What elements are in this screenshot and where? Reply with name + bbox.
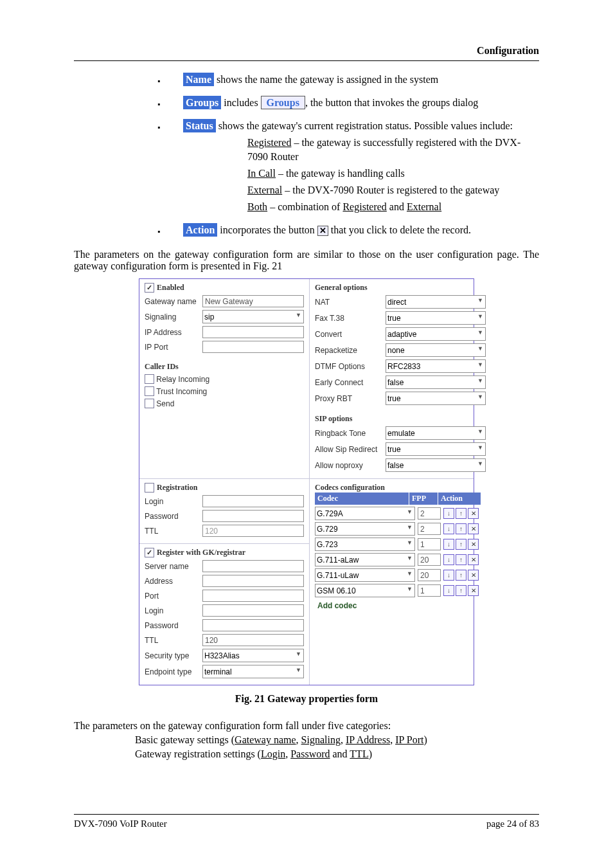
- codec-row: ↓↑✕: [315, 568, 481, 582]
- gk-server-input[interactable]: [202, 560, 304, 572]
- gk-port-label: Port: [145, 592, 202, 601]
- remove-icon[interactable]: ✕: [468, 554, 479, 565]
- gk-login-input[interactable]: [202, 604, 304, 617]
- status-incall: In Call – the gateway is handling calls: [183, 167, 539, 181]
- reg-login-input[interactable]: [202, 495, 304, 507]
- action-before: incorporates the button: [217, 224, 317, 235]
- codec-row: ↓↑✕: [315, 522, 481, 536]
- figure-caption: Fig. 21 Gateway properties form: [74, 693, 539, 705]
- gk-login-label: Login: [145, 606, 202, 615]
- codec-select[interactable]: [315, 584, 415, 597]
- relay-label: Relay Incoming: [156, 375, 209, 384]
- gk-checkbox[interactable]: ✓: [145, 548, 154, 557]
- enabled-checkbox[interactable]: ✓: [145, 283, 154, 293]
- down-icon[interactable]: ↓: [443, 554, 454, 565]
- codec-select[interactable]: [315, 538, 415, 551]
- gk-server-label: Server name: [145, 562, 202, 571]
- down-icon[interactable]: ↓: [443, 539, 454, 550]
- early-label: Early Connect: [315, 378, 386, 387]
- early-select[interactable]: [386, 375, 486, 389]
- remove-icon[interactable]: ✕: [468, 570, 479, 581]
- redir-label: Allow Sip Redirect: [315, 445, 386, 454]
- ipport-input[interactable]: [202, 341, 304, 353]
- groups-tag: Groups: [183, 96, 221, 109]
- signaling-select[interactable]: [202, 310, 304, 323]
- codec-select[interactable]: [315, 507, 415, 520]
- codec-row: ↓↑✕: [315, 584, 481, 597]
- fax-label: Fax T.38: [315, 314, 386, 323]
- send-checkbox[interactable]: [145, 399, 154, 408]
- footer-rule: [74, 814, 539, 815]
- convert-select[interactable]: [386, 327, 486, 341]
- ring-label: Ringback Tone: [315, 429, 386, 438]
- remove-icon[interactable]: ✕: [468, 585, 479, 596]
- remove-icon[interactable]: ✕: [468, 508, 479, 519]
- up-icon[interactable]: ↑: [456, 570, 466, 581]
- status-text: shows the gateway's current registration…: [216, 120, 513, 131]
- repack-select[interactable]: [386, 343, 486, 357]
- dtmf-select[interactable]: [386, 359, 486, 373]
- groups-button[interactable]: Groups: [261, 96, 305, 109]
- up-icon[interactable]: ↑: [456, 585, 466, 596]
- reg-login-label: Login: [145, 497, 202, 506]
- remove-icon[interactable]: ✕: [468, 539, 479, 550]
- codec-row: ↓↑✕: [315, 553, 481, 566]
- sip-title: SIP options: [315, 414, 486, 424]
- gk-ttl-input[interactable]: [202, 634, 304, 646]
- trust-checkbox[interactable]: [145, 386, 154, 396]
- ipaddr-input[interactable]: [202, 326, 304, 338]
- redir-select[interactable]: [386, 442, 486, 456]
- registration-checkbox[interactable]: [145, 483, 154, 493]
- codec-row: ↓↑✕: [315, 538, 481, 551]
- fpp-input[interactable]: [418, 584, 441, 597]
- codec-select[interactable]: [315, 553, 415, 566]
- remove-icon[interactable]: ✕: [468, 523, 479, 534]
- proxy-select[interactable]: [386, 392, 486, 405]
- nat-select[interactable]: [386, 295, 486, 309]
- repack-label: Repacketize: [315, 346, 386, 355]
- down-icon[interactable]: ↓: [443, 570, 454, 581]
- down-icon[interactable]: ↓: [443, 523, 454, 534]
- down-icon[interactable]: ↓: [443, 508, 454, 519]
- gk-address-input[interactable]: [202, 575, 304, 587]
- gk-port-input[interactable]: [202, 590, 304, 602]
- ring-select[interactable]: [386, 426, 486, 440]
- fpp-input[interactable]: [418, 507, 441, 520]
- noproxy-select[interactable]: [386, 458, 486, 472]
- add-codec-button[interactable]: Add codec: [315, 599, 481, 612]
- delete-icon[interactable]: ✕: [317, 226, 328, 236]
- codec-header: Codec FPP Action: [315, 493, 481, 505]
- down-icon[interactable]: ↓: [443, 585, 454, 596]
- gk-sec-select[interactable]: [202, 649, 304, 662]
- gwname-input[interactable]: [202, 295, 304, 307]
- gk-pass-input[interactable]: [202, 619, 304, 631]
- registration-section: Registration: [145, 483, 304, 493]
- category-registration: Gateway registration settings (Login, Pa…: [74, 748, 539, 760]
- status-external: External – the DVX-7090 Router is regist…: [183, 183, 539, 197]
- action-tag: Action: [183, 223, 217, 237]
- codec-select[interactable]: [315, 568, 415, 582]
- fpp-input[interactable]: [418, 523, 441, 535]
- name-tag: Name: [183, 73, 214, 86]
- fpp-input[interactable]: [418, 554, 441, 566]
- up-icon[interactable]: ↑: [456, 539, 466, 550]
- fax-select[interactable]: [386, 311, 486, 325]
- up-icon[interactable]: ↑: [456, 554, 466, 565]
- gk-ep-select[interactable]: [202, 665, 304, 678]
- gwname-label: Gateway name: [145, 297, 202, 306]
- fpp-input[interactable]: [418, 538, 441, 550]
- trust-label: Trust Incoming: [156, 387, 207, 396]
- gk-address-label: Address: [145, 577, 202, 586]
- up-icon[interactable]: ↑: [456, 508, 466, 519]
- status-registered: Registered – the gateway is successfully…: [183, 136, 539, 164]
- fpp-input[interactable]: [418, 569, 441, 581]
- footer-left: DVX-7090 VoIP Router: [74, 818, 167, 829]
- reg-ttl-input[interactable]: [202, 525, 304, 537]
- registration-title: Registration: [157, 483, 197, 493]
- relay-checkbox[interactable]: [145, 374, 154, 384]
- reg-pass-input[interactable]: [202, 510, 304, 522]
- reg-pass-label: Password: [145, 512, 202, 521]
- codec-select[interactable]: [315, 522, 415, 536]
- bullet-action: Action incorporates the button ✕ that yo…: [151, 223, 539, 237]
- up-icon[interactable]: ↑: [456, 523, 466, 534]
